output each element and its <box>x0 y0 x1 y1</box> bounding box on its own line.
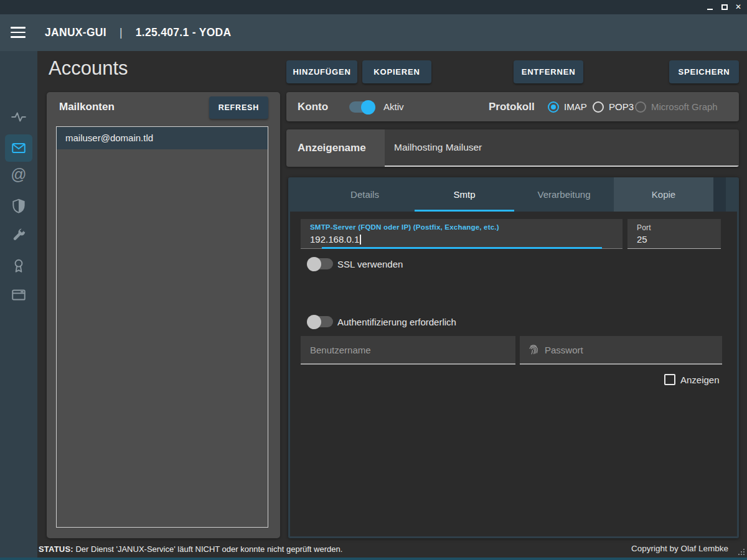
fingerprint-icon <box>527 343 540 356</box>
tab-panel: Details Smtp Verarbeitung Kopie SMTP-Ser… <box>288 177 739 538</box>
remove-button[interactable]: ENTFERNEN <box>514 60 583 83</box>
tab-bar-end-block <box>713 177 726 212</box>
smtp-tab-content: SMTP-Server (FQDN oder IP) (Postfix, Exc… <box>290 212 737 536</box>
close-button[interactable]: ✕ <box>731 0 746 14</box>
minimize-icon <box>707 9 713 10</box>
minimize-button[interactable] <box>702 0 717 14</box>
app-version: 1.25.407.1 - YODA <box>136 26 232 39</box>
page-title: Accounts <box>49 57 128 80</box>
show-password-checkbox[interactable] <box>664 374 675 385</box>
maximize-button[interactable] <box>717 0 732 14</box>
at-sign-icon: @ <box>11 166 26 184</box>
award-icon <box>11 258 27 274</box>
text-caret <box>360 235 361 245</box>
anzeigename-row: Anzeigename Mailhosting Mailuser <box>286 129 739 167</box>
app-window: ✕ JANUX-GUI|1.25.407.1 - YODA @ <box>0 0 747 560</box>
username-input[interactable] <box>301 345 515 355</box>
mail-icon <box>11 140 27 156</box>
account-list-item[interactable]: mailuser@domain.tld <box>57 127 268 149</box>
tab-verarbeitung[interactable]: Verarbeitung <box>514 177 614 212</box>
resize-grip[interactable] <box>738 548 745 556</box>
radio-microsoft-graph-label: Microsoft Graph <box>651 101 718 112</box>
sidebar-item-certificate[interactable] <box>5 252 32 279</box>
radio-imap-icon <box>548 101 559 113</box>
radio-pop3-icon <box>593 101 604 113</box>
password-field <box>520 336 722 365</box>
port-value: 25 <box>637 234 647 245</box>
tab-kopie[interactable]: Kopie <box>614 177 713 212</box>
maximize-icon <box>721 4 728 10</box>
tab-bar: Details Smtp Verarbeitung Kopie <box>290 177 737 212</box>
close-icon: ✕ <box>735 0 741 14</box>
smtp-server-value: 192.168.0.1 <box>310 234 361 245</box>
smtp-server-label: SMTP-Server (FQDN oder IP) (Postfix, Exc… <box>310 223 499 231</box>
sidebar-item-mail[interactable] <box>5 134 32 162</box>
konto-label: Konto <box>298 92 328 121</box>
sidebar-item-shield[interactable] <box>5 192 32 220</box>
konto-panel: Konto Aktiv Protokoll IMAP POP3 Microsof… <box>286 92 739 121</box>
auth-required-label: Authentifizierung erforderlich <box>337 316 456 328</box>
browser-window-icon <box>11 287 27 303</box>
radio-pop3-label: POP3 <box>609 101 634 112</box>
mailkonten-title: Mailkonten <box>59 101 115 113</box>
copyright-text: Copyright by Olaf Lembke <box>631 544 728 553</box>
app-bar: JANUX-GUI|1.25.407.1 - YODA <box>0 14 747 51</box>
window-bottom-border <box>0 558 747 560</box>
activity-icon <box>11 109 27 125</box>
port-label: Port <box>637 223 651 232</box>
radio-microsoft-graph: Microsoft Graph <box>635 92 718 121</box>
app-name: JANUX-GUI <box>45 26 106 39</box>
status-bar-text: STATUS: Der Dienst 'JANUX-Service' läuft… <box>39 544 342 554</box>
radio-pop3[interactable]: POP3 <box>593 92 634 121</box>
toggle-thumb <box>307 257 321 271</box>
anzeigename-input[interactable]: Mailhosting Mailuser <box>385 129 739 167</box>
sidebar-item-wrench[interactable] <box>5 222 32 249</box>
ssl-label: SSL verwenden <box>337 258 403 270</box>
sidebar-item-browser[interactable] <box>5 281 32 309</box>
account-list: mailuser@domain.tld <box>56 126 268 528</box>
status-label: STATUS: <box>39 544 73 554</box>
sidebar-item-activity[interactable] <box>5 103 32 131</box>
add-button[interactable]: HINZUFÜGEN <box>286 60 357 83</box>
smtp-server-field[interactable]: SMTP-Server (FQDN oder IP) (Postfix, Exc… <box>301 219 622 249</box>
protokoll-label: Protokoll <box>489 92 535 121</box>
focus-underline <box>322 247 602 249</box>
wrench-icon <box>11 227 27 243</box>
port-field[interactable]: Port 25 <box>627 219 721 249</box>
mailkonten-panel: REFRESH Mailkonten mailuser@domain.tld <box>47 92 280 538</box>
show-password-label: Anzeigen <box>680 374 720 386</box>
konto-active-toggle[interactable] <box>349 101 374 113</box>
save-button[interactable]: SPEICHERN <box>669 60 739 83</box>
toggle-thumb <box>307 315 321 329</box>
copy-button[interactable]: KOPIEREN <box>362 60 431 83</box>
konto-active-label: Aktiv <box>383 92 404 121</box>
username-field <box>301 336 515 365</box>
auth-required-toggle[interactable] <box>308 316 333 327</box>
hamburger-icon <box>11 27 26 29</box>
tab-smtp[interactable]: Smtp <box>415 177 514 212</box>
ssl-toggle[interactable] <box>308 258 333 269</box>
tab-details[interactable]: Details <box>315 177 415 212</box>
hamburger-menu-button[interactable] <box>11 27 27 39</box>
refresh-button[interactable]: REFRESH <box>209 96 268 119</box>
sidebar: @ <box>0 51 37 558</box>
window-titlebar: ✕ <box>0 0 747 14</box>
radio-microsoft-graph-icon <box>635 101 646 113</box>
radio-imap-label: IMAP <box>564 101 587 112</box>
app-title: JANUX-GUI|1.25.407.1 - YODA <box>45 14 231 51</box>
status-message: Der Dienst 'JANUX-Service' läuft NICHT o… <box>75 544 342 554</box>
title-separator: | <box>120 26 123 39</box>
anzeigename-label: Anzeigename <box>286 129 385 167</box>
password-input[interactable] <box>540 345 722 355</box>
toggle-thumb <box>361 100 375 114</box>
shield-icon <box>11 198 27 214</box>
radio-imap[interactable]: IMAP <box>548 92 587 121</box>
sidebar-item-at[interactable]: @ <box>5 161 32 188</box>
